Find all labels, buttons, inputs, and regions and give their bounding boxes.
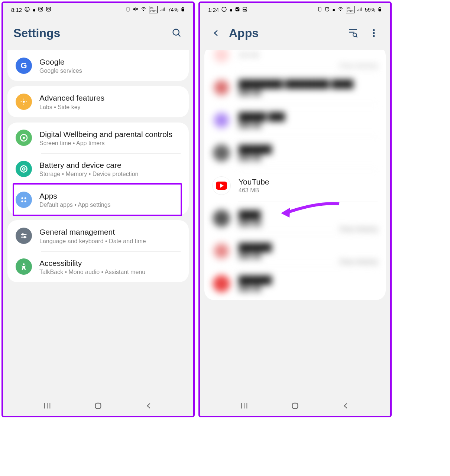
home-button[interactable] — [291, 402, 299, 411]
battery-icon — [378, 6, 382, 14]
app-row-blurred[interactable]: █████ ███ ███ ██ — [213, 104, 378, 137]
recents-button[interactable] — [43, 402, 51, 411]
settings-item-google[interactable]: G Google Google services — [7, 50, 189, 81]
card-general-group: General management Language and keyboard… — [7, 220, 189, 282]
instagram-icon — [38, 6, 43, 13]
chat-icon: ● — [32, 7, 36, 13]
svg-line-48 — [356, 36, 357, 38]
item-sub: Screen time • App timers — [39, 140, 181, 147]
app-row-blurred[interactable]: ██████ ███ ██ Deep sleeping — [213, 235, 378, 267]
image-icon — [242, 7, 247, 13]
svg-point-51 — [373, 35, 375, 37]
status-bar: 8:12 ● VoLTE1 — [3, 3, 193, 16]
app-row-blurred[interactable]: ████ ███ ██ Deep sleeping — [213, 202, 378, 235]
more-icon[interactable] — [368, 27, 380, 39]
app-icon-blur — [213, 50, 230, 64]
svg-point-27 — [24, 237, 26, 238]
app-row-partial[interactable]: 308 MB Deep sleeping — [213, 50, 378, 71]
item-sub: Default apps • App settings — [39, 202, 181, 208]
volte-icon: VoLTE1 — [346, 6, 355, 13]
app-row-blurred[interactable]: ██████ ███ ██ — [213, 267, 378, 300]
battery-pct: 59% — [365, 7, 375, 13]
google-icon: G — [16, 58, 32, 74]
page-title: Settings — [13, 26, 60, 40]
alarm-icon — [324, 6, 330, 13]
settings-item-battery[interactable]: Battery and device care Storage • Memory… — [7, 153, 189, 184]
card-google: G Google Google services — [7, 50, 189, 81]
item-sub: TalkBack • Mono audio • Assistant menu — [39, 269, 181, 276]
battery-pct: 74% — [168, 7, 178, 13]
instagram-icon-2 — [46, 6, 51, 13]
app-name-blur: ██████ — [239, 276, 272, 284]
deep-sleeping-label: Deep sleeping — [340, 226, 378, 232]
svg-point-23 — [25, 200, 26, 202]
app-row-blurred[interactable]: ██████ ███ ██ — [213, 137, 378, 169]
item-title: General management — [39, 227, 181, 237]
filter-search-icon[interactable] — [347, 27, 359, 39]
gear-icon — [16, 94, 32, 110]
svg-rect-44 — [379, 7, 381, 8]
svg-rect-10 — [182, 9, 184, 11]
home-button[interactable] — [94, 402, 102, 411]
svg-point-47 — [353, 33, 356, 36]
svg-point-19 — [23, 167, 25, 170]
app-icon-blur — [213, 144, 230, 162]
app-size-blur: ███ ██ — [239, 252, 272, 259]
battery-care-icon — [16, 161, 32, 177]
item-title: Battery and device care — [39, 160, 181, 170]
battery-icon — [181, 6, 185, 14]
svg-rect-1 — [39, 7, 43, 11]
item-sub: Labs • Side key — [39, 104, 181, 111]
app-size: 308 MB — [239, 52, 259, 59]
app-row-youtube[interactable]: YouTube 463 MB — [213, 169, 378, 202]
back-icon[interactable] — [210, 27, 222, 39]
svg-rect-11 — [182, 7, 184, 8]
app-icon-blur — [213, 242, 230, 260]
apps-icon — [16, 192, 32, 208]
deep-sleeping-label: Deep sleeping — [340, 62, 378, 69]
app-name-blur: ████ — [239, 210, 261, 219]
svg-rect-34 — [236, 7, 240, 11]
status-bar: 1:24 ● ● VoLTE1 — [200, 3, 390, 16]
item-title: Advanced features — [39, 93, 181, 103]
apps-list-scroll[interactable]: 308 MB Deep sleeping ████████ ████████ █… — [200, 50, 390, 397]
svg-rect-43 — [379, 9, 381, 11]
settings-list[interactable]: G Google Google services Advanced featur… — [3, 50, 193, 397]
mute-icon — [133, 6, 138, 13]
app-name: YouTube — [239, 177, 269, 186]
back-button[interactable] — [145, 402, 153, 411]
settings-item-apps[interactable]: Apps Default apps • App settings — [7, 184, 189, 215]
check-icon — [235, 7, 240, 13]
back-button[interactable] — [342, 402, 350, 411]
header: Apps — [200, 16, 390, 50]
chat-icon: ● — [229, 7, 233, 13]
svg-point-28 — [23, 264, 25, 265]
svg-rect-5 — [127, 7, 130, 11]
app-icon-blur — [213, 209, 230, 227]
settings-item-advanced[interactable]: Advanced features Labs • Side key — [7, 86, 189, 117]
svg-point-25 — [22, 234, 23, 235]
settings-item-general[interactable]: General management Language and keyboard… — [7, 220, 189, 251]
settings-item-wellbeing[interactable]: Digital Wellbeing and parental controls … — [7, 123, 189, 153]
navigation-bar — [200, 397, 390, 416]
app-size-blur: ███ ██ — [239, 285, 272, 292]
app-name-blur: ██████ — [239, 145, 272, 154]
settings-item-accessibility[interactable]: Accessibility TalkBack • Mono audio • As… — [7, 251, 189, 282]
status-charge-icon — [317, 6, 322, 13]
svg-rect-3 — [46, 7, 51, 11]
youtube-icon — [213, 177, 230, 195]
recents-button[interactable] — [240, 402, 248, 411]
app-size-blur: ███ ██ — [239, 154, 272, 161]
item-title: Apps — [39, 191, 181, 201]
whatsapp-icon — [221, 6, 227, 13]
search-icon[interactable] — [171, 27, 183, 39]
signal-icon — [357, 7, 363, 13]
card-wellbeing-group: Digital Wellbeing and parental controls … — [7, 123, 189, 215]
svg-rect-32 — [95, 403, 101, 409]
svg-point-41 — [340, 10, 341, 11]
wifi-icon — [337, 7, 344, 13]
svg-point-22 — [21, 200, 23, 202]
app-row-blurred[interactable]: ████████ ████████ ████ ███ ██ — [213, 71, 378, 104]
item-sub: Google services — [39, 68, 181, 74]
whatsapp-icon — [24, 6, 30, 13]
